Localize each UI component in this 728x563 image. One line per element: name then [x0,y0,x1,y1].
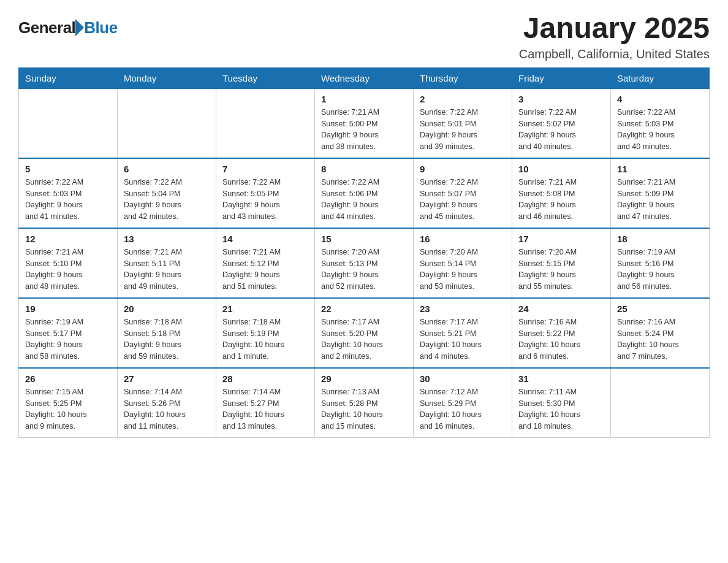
day-number: 17 [518,234,604,244]
day-info: Sunrise: 7:14 AMSunset: 5:27 PMDaylight:… [222,386,308,432]
day-number: 26 [25,373,111,384]
calendar-week-row: 26Sunrise: 7:15 AMSunset: 5:25 PMDayligh… [19,368,710,438]
day-number: 21 [222,304,308,314]
calendar-day-24: 24Sunrise: 7:16 AMSunset: 5:22 PMDayligh… [512,298,611,368]
calendar-day-16: 16Sunrise: 7:20 AMSunset: 5:14 PMDayligh… [414,228,512,298]
day-info: Sunrise: 7:20 AMSunset: 5:14 PMDaylight:… [420,247,506,293]
day-info: Sunrise: 7:19 AMSunset: 5:16 PMDaylight:… [617,247,703,293]
calendar-week-row: 12Sunrise: 7:21 AMSunset: 5:10 PMDayligh… [19,228,710,298]
day-number: 5 [25,164,111,174]
location-title: Campbell, California, United States [519,47,710,61]
day-number: 9 [420,164,506,174]
day-info: Sunrise: 7:15 AMSunset: 5:25 PMDaylight:… [25,386,111,432]
day-number: 2 [420,94,506,104]
day-number: 23 [420,304,506,314]
day-number: 3 [518,94,604,104]
logo: General Blue [18,18,118,37]
page-header: General Blue January 2025 Campbell, Cali… [18,12,710,61]
day-info: Sunrise: 7:22 AMSunset: 5:06 PMDaylight:… [321,177,407,223]
calendar-day-15: 15Sunrise: 7:20 AMSunset: 5:13 PMDayligh… [315,228,414,298]
calendar-day-14: 14Sunrise: 7:21 AMSunset: 5:12 PMDayligh… [216,228,315,298]
calendar-week-row: 5Sunrise: 7:22 AMSunset: 5:03 PMDaylight… [19,158,710,228]
calendar-day-22: 22Sunrise: 7:17 AMSunset: 5:20 PMDayligh… [315,298,414,368]
day-number: 16 [420,234,506,244]
day-number: 27 [124,373,210,384]
day-info: Sunrise: 7:14 AMSunset: 5:26 PMDaylight:… [124,386,210,432]
calendar-day-12: 12Sunrise: 7:21 AMSunset: 5:10 PMDayligh… [19,228,118,298]
day-info: Sunrise: 7:21 AMSunset: 5:12 PMDaylight:… [222,247,308,293]
calendar-day-27: 27Sunrise: 7:14 AMSunset: 5:26 PMDayligh… [118,368,216,438]
day-number: 1 [321,94,407,104]
calendar-day-21: 21Sunrise: 7:18 AMSunset: 5:19 PMDayligh… [216,298,315,368]
day-info: Sunrise: 7:21 AMSunset: 5:09 PMDaylight:… [617,177,703,223]
day-number: 6 [124,164,210,174]
calendar-day-23: 23Sunrise: 7:17 AMSunset: 5:21 PMDayligh… [414,298,512,368]
day-info: Sunrise: 7:17 AMSunset: 5:21 PMDaylight:… [420,316,506,362]
calendar-table: SundayMondayTuesdayWednesdayThursdayFrid… [18,67,710,438]
day-number: 4 [617,94,703,104]
calendar-empty-cell [118,88,216,158]
day-info: Sunrise: 7:22 AMSunset: 5:04 PMDaylight:… [124,177,210,223]
calendar-day-18: 18Sunrise: 7:19 AMSunset: 5:16 PMDayligh… [611,228,710,298]
day-number: 11 [617,164,703,174]
title-section: January 2025 Campbell, California, Unite… [519,12,710,61]
day-number: 18 [617,234,703,244]
day-info: Sunrise: 7:12 AMSunset: 5:29 PMDaylight:… [420,386,506,432]
calendar-empty-cell [19,88,118,158]
day-number: 30 [420,373,506,384]
month-title: January 2025 [519,12,710,45]
day-number: 29 [321,373,407,384]
weekday-header-wednesday: Wednesday [315,67,414,88]
calendar-day-29: 29Sunrise: 7:13 AMSunset: 5:28 PMDayligh… [315,368,414,438]
day-info: Sunrise: 7:22 AMSunset: 5:01 PMDaylight:… [420,107,506,153]
logo-blue-text: Blue [84,18,117,37]
calendar-day-31: 31Sunrise: 7:11 AMSunset: 5:30 PMDayligh… [512,368,611,438]
day-info: Sunrise: 7:20 AMSunset: 5:13 PMDaylight:… [321,247,407,293]
weekday-header-saturday: Saturday [611,67,710,88]
calendar-day-28: 28Sunrise: 7:14 AMSunset: 5:27 PMDayligh… [216,368,315,438]
day-number: 25 [617,304,703,314]
day-info: Sunrise: 7:16 AMSunset: 5:24 PMDaylight:… [617,316,703,362]
calendar-day-11: 11Sunrise: 7:21 AMSunset: 5:09 PMDayligh… [611,158,710,228]
calendar-week-row: 19Sunrise: 7:19 AMSunset: 5:17 PMDayligh… [19,298,710,368]
calendar-day-8: 8Sunrise: 7:22 AMSunset: 5:06 PMDaylight… [315,158,414,228]
logo-general-text: General [18,18,75,37]
calendar-day-7: 7Sunrise: 7:22 AMSunset: 5:05 PMDaylight… [216,158,315,228]
day-info: Sunrise: 7:22 AMSunset: 5:05 PMDaylight:… [222,177,308,223]
calendar-day-17: 17Sunrise: 7:20 AMSunset: 5:15 PMDayligh… [512,228,611,298]
weekday-header-tuesday: Tuesday [216,67,315,88]
day-number: 15 [321,234,407,244]
day-info: Sunrise: 7:22 AMSunset: 5:07 PMDaylight:… [420,177,506,223]
day-info: Sunrise: 7:18 AMSunset: 5:18 PMDaylight:… [124,316,210,362]
day-number: 28 [222,373,308,384]
day-info: Sunrise: 7:19 AMSunset: 5:17 PMDaylight:… [25,316,111,362]
day-info: Sunrise: 7:21 AMSunset: 5:11 PMDaylight:… [124,247,210,293]
day-info: Sunrise: 7:21 AMSunset: 5:08 PMDaylight:… [518,177,604,223]
weekday-header-thursday: Thursday [414,67,512,88]
calendar-empty-cell [611,368,710,438]
calendar-day-3: 3Sunrise: 7:22 AMSunset: 5:02 PMDaylight… [512,88,611,158]
day-number: 8 [321,164,407,174]
weekday-header-friday: Friday [512,67,611,88]
calendar-empty-cell [216,88,315,158]
day-info: Sunrise: 7:21 AMSunset: 5:00 PMDaylight:… [321,107,407,153]
logo-triangle-icon [75,19,84,36]
day-info: Sunrise: 7:16 AMSunset: 5:22 PMDaylight:… [518,316,604,362]
weekday-header-sunday: Sunday [19,67,118,88]
calendar-day-26: 26Sunrise: 7:15 AMSunset: 5:25 PMDayligh… [19,368,118,438]
calendar-day-6: 6Sunrise: 7:22 AMSunset: 5:04 PMDaylight… [118,158,216,228]
calendar-day-4: 4Sunrise: 7:22 AMSunset: 5:03 PMDaylight… [611,88,710,158]
weekday-header-monday: Monday [118,67,216,88]
calendar-day-10: 10Sunrise: 7:21 AMSunset: 5:08 PMDayligh… [512,158,611,228]
calendar-day-20: 20Sunrise: 7:18 AMSunset: 5:18 PMDayligh… [118,298,216,368]
day-number: 7 [222,164,308,174]
calendar-header-row: SundayMondayTuesdayWednesdayThursdayFrid… [19,67,710,88]
calendar-day-9: 9Sunrise: 7:22 AMSunset: 5:07 PMDaylight… [414,158,512,228]
day-info: Sunrise: 7:18 AMSunset: 5:19 PMDaylight:… [222,316,308,362]
day-info: Sunrise: 7:11 AMSunset: 5:30 PMDaylight:… [518,386,604,432]
day-number: 22 [321,304,407,314]
calendar-day-25: 25Sunrise: 7:16 AMSunset: 5:24 PMDayligh… [611,298,710,368]
day-info: Sunrise: 7:20 AMSunset: 5:15 PMDaylight:… [518,247,604,293]
day-number: 14 [222,234,308,244]
calendar-day-5: 5Sunrise: 7:22 AMSunset: 5:03 PMDaylight… [19,158,118,228]
